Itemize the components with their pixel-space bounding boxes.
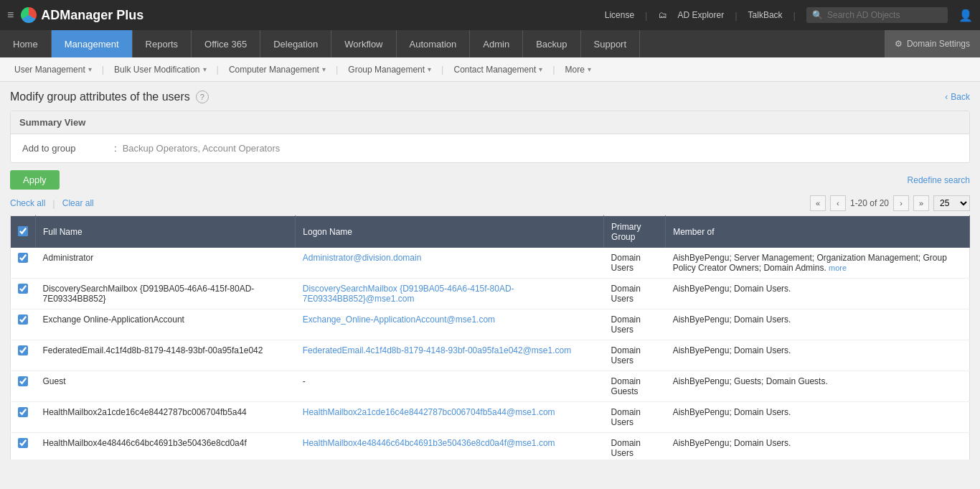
- more-label: More: [565, 65, 585, 75]
- tab-admin[interactable]: Admin: [470, 30, 523, 57]
- chevron-down-icon-5: ▾: [539, 65, 542, 73]
- tab-workflow[interactable]: Workflow: [331, 30, 396, 57]
- search-input[interactable]: [827, 10, 942, 20]
- row-checkbox[interactable]: [18, 284, 28, 294]
- cell-primary-group: Domain Users: [604, 340, 666, 371]
- tab-support[interactable]: Support: [581, 30, 641, 57]
- tab-home[interactable]: Home: [0, 30, 52, 57]
- table-row: HealthMailbox2a1cde16c4e8442787bc006704f…: [11, 402, 970, 433]
- tab-delegation[interactable]: Delegation: [260, 30, 331, 57]
- table-row: Exchange Online-ApplicationAccountExchan…: [11, 309, 970, 340]
- subnav-group-management[interactable]: Group Management ▾: [341, 60, 438, 79]
- search-box: 🔍: [806, 7, 948, 23]
- cell-primary-group: Domain Users: [604, 279, 666, 309]
- help-icon[interactable]: ?: [196, 90, 209, 103]
- subnav-computer-management[interactable]: Computer Management ▾: [222, 60, 333, 79]
- back-button[interactable]: ‹ Back: [945, 92, 970, 102]
- more-link[interactable]: more: [829, 264, 847, 272]
- summary-body: Add to group : Backup Operators, Account…: [11, 134, 969, 162]
- summary-label: Add to group: [22, 143, 108, 154]
- domain-settings-button[interactable]: ⚙ Domain Settings: [885, 30, 980, 57]
- row-checkbox[interactable]: [18, 438, 28, 448]
- row-checkbox[interactable]: [18, 345, 28, 355]
- summary-row: Add to group : Backup Operators, Account…: [22, 143, 958, 154]
- logo: ADManager Plus: [21, 7, 143, 23]
- th-checkbox: [11, 216, 36, 248]
- logon-name-link[interactable]: DiscoverySearchMailbox {D919BA05-46A6-41…: [303, 284, 514, 304]
- tab-reports[interactable]: Reports: [133, 30, 192, 57]
- subnav-contact-management[interactable]: Contact Management ▾: [446, 60, 550, 79]
- cell-member-of: AishByePengu; Domain Users.: [666, 309, 970, 340]
- hamburger-menu[interactable]: ≡: [7, 9, 14, 22]
- gear-icon: ⚙: [895, 39, 903, 49]
- page-info: 1-20 of 20: [850, 198, 889, 208]
- first-page-button[interactable]: «: [810, 195, 826, 211]
- select-all-checkbox[interactable]: [18, 226, 28, 236]
- redefine-search-link[interactable]: Redefine search: [908, 175, 970, 185]
- chevron-down-icon-6: ▾: [588, 65, 591, 73]
- cell-full-name: Administrator: [36, 248, 296, 279]
- group-management-label: Group Management: [348, 65, 425, 75]
- user-management-label: User Management: [14, 65, 85, 75]
- logon-name-link[interactable]: HealthMailbox2a1cde16c4e8442787bc006704f…: [303, 407, 555, 417]
- cell-full-name: HealthMailbox4e48446c64bc4691b3e50436e8c…: [36, 433, 296, 460]
- talkback-link[interactable]: TalkBack: [748, 10, 783, 20]
- logon-name-link[interactable]: Exchange_Online-ApplicationAccount@mse1.…: [303, 315, 495, 325]
- clear-all-link[interactable]: Clear all: [62, 198, 94, 209]
- cell-primary-group: Domain Users: [604, 309, 666, 340]
- back-label: Back: [951, 92, 970, 102]
- row-checkbox[interactable]: [18, 376, 28, 386]
- cell-full-name: FederatedEmail.4c1f4d8b-8179-4148-93bf-0…: [36, 340, 296, 371]
- nav-tabs: Home Management Reports Office 365 Deleg…: [0, 30, 980, 57]
- subnav-bulk-user-modification[interactable]: Bulk User Modification ▾: [107, 60, 213, 79]
- th-primary-group: Primary Group: [604, 216, 666, 248]
- row-checkbox[interactable]: [18, 253, 28, 263]
- chevron-down-icon: ▾: [88, 65, 92, 73]
- tab-office365[interactable]: Office 365: [192, 30, 260, 57]
- logon-name-link[interactable]: Administrator@division.domain: [303, 253, 422, 263]
- tab-automation[interactable]: Automation: [397, 30, 471, 57]
- cell-full-name: HealthMailbox2a1cde16c4e8442787bc006704f…: [36, 402, 296, 433]
- apply-section: Apply Redefine search: [10, 170, 970, 190]
- last-page-button[interactable]: »: [913, 195, 929, 211]
- table-row: HealthMailbox4e48446c64bc4691b3e50436e8c…: [11, 433, 970, 460]
- row-checkbox[interactable]: [18, 407, 28, 417]
- cell-logon-name: FederatedEmail.4c1f4d8b-8179-4148-93bf-0…: [296, 340, 604, 371]
- apply-button[interactable]: Apply: [10, 170, 60, 190]
- license-link[interactable]: License: [605, 10, 634, 20]
- cell-logon-name: Administrator@division.domain: [296, 248, 604, 279]
- table-scroll-wrapper: Full Name Logon Name Primary Group Membe…: [10, 215, 970, 460]
- prev-page-button[interactable]: ‹: [830, 195, 846, 211]
- data-table: Full Name Logon Name Primary Group Membe…: [10, 215, 970, 460]
- top-bar: ≡ ADManager Plus License | 🗂 AD Explorer…: [0, 0, 980, 30]
- page-size-select[interactable]: 25 50 100: [933, 195, 970, 211]
- cell-full-name: Guest: [36, 371, 296, 402]
- tab-backup[interactable]: Backup: [523, 30, 580, 57]
- cell-member-of: AishByePengu; Domain Users.: [666, 279, 970, 309]
- check-all-link[interactable]: Check all: [10, 198, 45, 209]
- subnav-more[interactable]: More ▾: [558, 60, 598, 79]
- table-row: AdministratorAdministrator@division.doma…: [11, 248, 970, 279]
- cell-full-name: Exchange Online-ApplicationAccount: [36, 309, 296, 340]
- tab-management[interactable]: Management: [52, 30, 133, 57]
- table-row: DiscoverySearchMailbox {D919BA05-46A6-41…: [11, 279, 970, 309]
- cell-primary-group: Domain Guests: [604, 371, 666, 402]
- ad-explorer-link[interactable]: AD Explorer: [678, 10, 725, 20]
- chevron-down-icon-4: ▾: [428, 65, 431, 73]
- subnav-user-management[interactable]: User Management ▾: [7, 60, 99, 79]
- contact-management-label: Contact Management: [453, 65, 536, 75]
- cell-member-of: AishByePengu; Server Management; Organiz…: [666, 248, 970, 279]
- page-content: Modify group attributes of the users ? ‹…: [0, 82, 980, 468]
- cell-logon-name: HealthMailbox2a1cde16c4e8442787bc006704f…: [296, 402, 604, 433]
- page-title: Modify group attributes of the users: [10, 90, 190, 103]
- next-page-button[interactable]: ›: [893, 195, 909, 211]
- page-title-row: Modify group attributes of the users ? ‹…: [10, 90, 970, 103]
- th-logon-name: Logon Name: [296, 216, 604, 248]
- logon-name-link[interactable]: HealthMailbox4e48446c64bc4691b3e50436e8c…: [303, 438, 555, 448]
- row-checkbox[interactable]: [18, 315, 28, 325]
- table-controls: Check all | Clear all « ‹ 1-20 of 20 › »…: [10, 195, 970, 211]
- bulk-user-modification-label: Bulk User Modification: [114, 65, 199, 75]
- logon-name-link[interactable]: FederatedEmail.4c1f4d8b-8179-4148-93bf-0…: [303, 345, 571, 355]
- user-icon[interactable]: 👤: [958, 9, 973, 22]
- chevron-down-icon-3: ▾: [322, 65, 326, 73]
